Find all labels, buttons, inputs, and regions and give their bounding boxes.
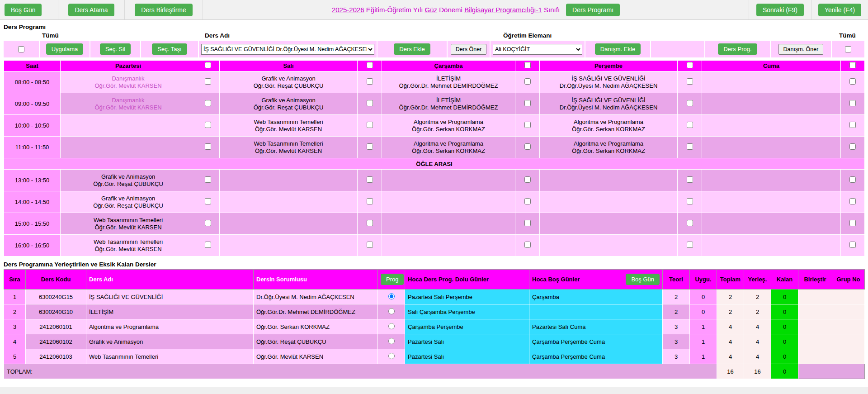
lesson-select-checkbox[interactable] [367, 242, 373, 248]
lesson-checkbox-cell [678, 191, 702, 213]
ders-oner-button[interactable]: Ders Öner [451, 44, 487, 55]
lesson-select-checkbox[interactable] [849, 242, 856, 248]
program-link[interactable]: Bilgisayar Programcılığı-1 [464, 6, 542, 14]
prog-radio[interactable] [388, 323, 395, 329]
col-header-saat: Saat [4, 61, 61, 71]
lesson-select-checkbox[interactable] [205, 198, 211, 204]
lesson-select-checkbox[interactable] [205, 220, 211, 226]
lesson-checkbox-cell [196, 213, 220, 235]
lesson-select-checkbox[interactable] [687, 122, 693, 128]
toolbar-cell: Sonraki (F9) [749, 0, 811, 19]
lesson-checkbox-cell [515, 71, 540, 93]
ders-atama-button[interactable]: Ders Atama [68, 4, 114, 16]
schedule-row: 08:00 - 08:50DanışmanlıkÖğr.Gör. Mevlüt … [4, 71, 865, 93]
lesson-select-checkbox[interactable] [849, 198, 856, 204]
bos-gun-button[interactable]: Boş Gün [5, 4, 42, 16]
cell-uygu: 0 [690, 304, 717, 319]
col-ders-kodu: Ders Kodu [26, 270, 86, 290]
year-link[interactable]: 2025-2026 [332, 6, 364, 14]
lesson-select-checkbox[interactable] [367, 122, 373, 128]
lesson-select-checkbox[interactable] [849, 78, 856, 85]
lesson-cell: Grafik ve AnimasyonÖğr.Gör. Reşat ÇUBUKÇ… [61, 191, 196, 213]
lesson-name: İŞ SAĞLIĞI VE GÜVENLİĞİ [542, 97, 675, 104]
lesson-select-checkbox[interactable] [687, 198, 693, 204]
ders-programi-button[interactable]: Ders Programı [566, 4, 620, 16]
lesson-select-checkbox[interactable] [849, 220, 856, 226]
select-all-left-checkbox[interactable] [18, 46, 24, 52]
lesson-select-checkbox[interactable] [367, 176, 373, 183]
prog-radio[interactable] [388, 308, 395, 314]
lesson-select-checkbox[interactable] [524, 220, 531, 226]
lesson-select-checkbox[interactable] [849, 122, 856, 128]
lesson-checkbox-cell [196, 235, 220, 256]
col-header-day: Pazartesi [61, 61, 196, 71]
uygulama-button[interactable]: Uygulama [46, 43, 84, 55]
danism-ekle-button[interactable]: Danışm. Ekle [595, 43, 641, 55]
lesson-select-checkbox[interactable] [367, 220, 373, 226]
hoca-select[interactable]: Ali KOÇYİĞİT [493, 44, 582, 55]
lesson-row: 32412060101Algoritma ve ProgramlamaÖğr.G… [4, 319, 865, 334]
lesson-cell-content: İŞ SAĞLIĞI VE GÜVENLİĞİDr.Öğr.Üyesi M. N… [542, 75, 675, 90]
sonraki-button[interactable]: Sonraki (F9) [756, 4, 804, 16]
day-column-select-checkbox[interactable] [849, 62, 856, 68]
lesson-name: İLETİŞİM [384, 75, 513, 82]
ders-select[interactable]: İŞ SAĞLIĞI VE GÜVENLİĞİ Dr.Öğr.Üyesi M. … [201, 44, 374, 55]
ders-birlestirme-button[interactable]: Ders Birleştirme [135, 4, 193, 16]
lesson-cell: Grafik ve AnimasyonÖğr.Gör. Reşat ÇUBUKÇ… [220, 93, 358, 115]
day-column-select-checkbox[interactable] [367, 62, 373, 68]
lesson-select-checkbox[interactable] [524, 122, 531, 128]
day-column-select-checkbox[interactable] [205, 62, 211, 68]
filter-labels-row: Tümü Ders Adı Öğretim Elemanı Tümü [4, 31, 864, 41]
lesson-select-checkbox[interactable] [524, 100, 531, 106]
lesson-select-checkbox[interactable] [687, 100, 693, 106]
lesson-select-checkbox[interactable] [687, 176, 693, 183]
prog-radio[interactable] [388, 293, 395, 299]
lesson-select-checkbox[interactable] [849, 176, 856, 183]
lesson-select-checkbox[interactable] [367, 78, 373, 85]
time-slot: 10:00 - 10:50 [4, 115, 61, 137]
lesson-select-checkbox[interactable] [687, 143, 693, 150]
ders-ekle-button[interactable]: Ders Ekle [394, 43, 430, 55]
lesson-select-checkbox[interactable] [205, 100, 211, 106]
lesson-select-checkbox[interactable] [524, 198, 531, 204]
lesson-select-checkbox[interactable] [524, 242, 531, 248]
lesson-select-checkbox[interactable] [687, 220, 693, 226]
term-link[interactable]: Güz [425, 6, 438, 14]
yenile-button[interactable]: Yenile (F4) [818, 4, 861, 16]
sec-tasi-button[interactable]: Seç. Taşı [152, 43, 187, 55]
lesson-select-checkbox[interactable] [205, 143, 211, 150]
lesson-select-checkbox[interactable] [367, 100, 373, 106]
lesson-cell: Web Tasarımının TemelleriÖğr.Gör. Mevlüt… [61, 235, 196, 256]
lesson-select-checkbox[interactable] [849, 100, 856, 106]
danism-oner-button[interactable]: Danışm. Öner [778, 44, 824, 55]
lesson-select-checkbox[interactable] [367, 143, 373, 150]
lesson-row: 16300240G15İŞ SAĞLIĞI VE GÜVENLİĞİDr.Öğr… [4, 290, 865, 304]
lesson-select-checkbox[interactable] [524, 78, 531, 85]
day-column-select-checkbox[interactable] [687, 62, 693, 68]
bos-gun-header-button[interactable]: Boş Gün [626, 274, 660, 285]
lesson-instructor: Öğr.Gör. Mevlüt KARSEN [62, 104, 194, 111]
lesson-cell-content: Grafik ve AnimasyonÖğr.Gör. Reşat ÇUBUKÇ… [62, 195, 194, 209]
day-column-select-checkbox[interactable] [524, 62, 531, 68]
lesson-select-checkbox[interactable] [205, 242, 211, 248]
lesson-select-checkbox[interactable] [687, 242, 693, 248]
lesson-cell [702, 191, 841, 213]
lesson-select-checkbox[interactable] [524, 176, 531, 183]
prog-header-button[interactable]: Prog [381, 274, 404, 285]
lesson-select-checkbox[interactable] [524, 143, 531, 150]
prog-radio[interactable] [388, 353, 395, 359]
cell-teori: 3 [663, 349, 690, 364]
lesson-select-checkbox[interactable] [205, 78, 211, 85]
title-text: Sınıfı [542, 6, 560, 14]
lesson-select-checkbox[interactable] [849, 143, 856, 150]
select-all-right-checkbox[interactable] [845, 46, 851, 52]
sec-sil-button[interactable]: Seç. Sil [100, 43, 131, 55]
lesson-cell [61, 115, 196, 137]
lesson-select-checkbox[interactable] [205, 122, 211, 128]
lesson-select-checkbox[interactable] [367, 198, 373, 204]
ders-prog-button[interactable]: Ders Prog. [718, 43, 757, 55]
lesson-select-checkbox[interactable] [205, 176, 211, 183]
cell-birlestir [798, 319, 832, 334]
prog-radio[interactable] [388, 338, 395, 344]
lesson-select-checkbox[interactable] [687, 78, 693, 85]
